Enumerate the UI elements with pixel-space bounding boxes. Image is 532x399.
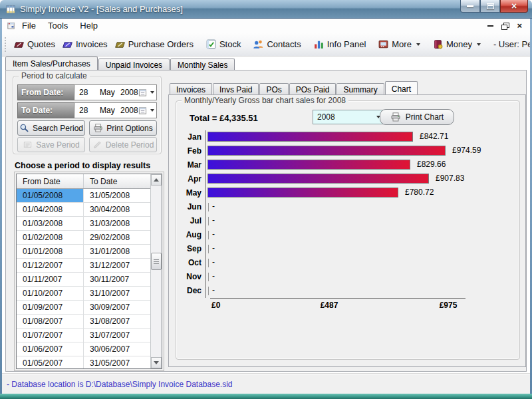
- window-frame-left: [0, 19, 2, 394]
- table-cell[interactable]: 31/10/2007: [84, 287, 151, 301]
- mdi-close-button[interactable]: ×: [517, 21, 522, 30]
- period-to-calculate-group: Period to calculate From Date: 28 May 20…: [13, 76, 162, 154]
- table-row[interactable]: 01/10/200731/10/2007: [17, 287, 162, 301]
- scrollbar-thumb[interactable]: [151, 253, 162, 270]
- chart-row: Nov-: [176, 270, 517, 284]
- to-date-picker[interactable]: 28 May 2008: [74, 102, 157, 118]
- to-date-column-header[interactable]: To Date: [84, 174, 151, 188]
- pencil-icon: [92, 140, 102, 150]
- table-cell[interactable]: 31/07/2007: [84, 329, 151, 342]
- chart-bar-value: £842.71: [420, 130, 448, 143]
- table-cell[interactable]: 01/07/2007: [17, 329, 84, 342]
- quotes-button[interactable]: Quotes: [10, 36, 59, 53]
- table-cell[interactable]: 01/03/2008: [17, 217, 84, 231]
- table-cell[interactable]: 01/10/2007: [17, 287, 84, 301]
- close-button[interactable]: ×: [500, 0, 528, 13]
- table-row[interactable]: 01/08/200731/08/2007: [17, 315, 162, 329]
- table-row[interactable]: 01/05/200831/05/2008: [17, 189, 162, 203]
- table-row[interactable]: 01/02/200829/02/2008: [17, 231, 162, 245]
- from-date-dropdown-icon[interactable]: [150, 91, 154, 94]
- table-cell[interactable]: 30/04/2008: [84, 203, 151, 217]
- table-row[interactable]: 01/12/200731/12/2007: [17, 259, 162, 273]
- table-cell[interactable]: 01/06/2007: [17, 342, 84, 356]
- from-date-column-header[interactable]: From Date: [17, 174, 84, 188]
- table-cell[interactable]: 29/02/2008: [84, 231, 151, 245]
- scroll-up-button[interactable]: [151, 174, 162, 186]
- table-cell[interactable]: 30/11/2007: [84, 273, 151, 287]
- money-label: Money: [446, 39, 472, 49]
- table-cell[interactable]: 01/08/2007: [17, 315, 84, 329]
- from-date-picker[interactable]: 28 May 2008: [74, 84, 157, 100]
- tab-invs-paid[interactable]: Invs Paid: [213, 83, 259, 94]
- mdi-minimize-button[interactable]: [487, 25, 493, 27]
- table-cell[interactable]: 31/12/2007: [84, 259, 151, 273]
- search-period-button[interactable]: Search Period: [17, 120, 85, 136]
- table-row[interactable]: 01/11/200730/11/2007: [17, 273, 162, 287]
- invoices-label: Invoices: [76, 39, 108, 49]
- table-row[interactable]: 01/05/200731/05/2007: [17, 356, 162, 369]
- purchase-orders-button[interactable]: Purchase Orders: [111, 36, 197, 53]
- table-cell[interactable]: 31/05/2007: [84, 356, 151, 369]
- stock-button[interactable]: Stock: [202, 36, 245, 53]
- info-panel-button[interactable]: Info Panel: [310, 36, 370, 53]
- table-cell[interactable]: 01/11/2007: [17, 273, 84, 287]
- table-cell[interactable]: 01/05/2007: [17, 356, 84, 369]
- tab-item-sales-purchases[interactable]: Item Sales/Purchases: [5, 57, 98, 70]
- minimize-button[interactable]: [460, 0, 480, 13]
- table-cell[interactable]: 31/01/2008: [84, 245, 151, 259]
- contacts-button[interactable]: Contacts: [249, 36, 304, 53]
- app-window: Simply Invoice V2 - [Sales and Purchases…: [0, 0, 532, 399]
- table-row[interactable]: 01/06/200730/06/2007: [17, 342, 162, 356]
- maximize-icon: [487, 3, 494, 9]
- calendar-icon[interactable]: [138, 88, 147, 97]
- tab-invoices[interactable]: Invoices: [170, 83, 212, 94]
- money-button[interactable]: Money: [429, 36, 484, 53]
- invoices-folder-icon: [62, 39, 73, 50]
- menu-tools[interactable]: Tools: [42, 19, 74, 32]
- table-row[interactable]: 01/04/200830/04/2008: [17, 203, 162, 217]
- to-date-dropdown-icon[interactable]: [150, 109, 154, 112]
- tab-pos[interactable]: POs: [259, 83, 288, 94]
- tab-chart[interactable]: Chart: [385, 81, 418, 94]
- tab-unpaid-invoices[interactable]: Unpaid Invoices: [98, 59, 170, 70]
- table-cell[interactable]: 01/09/2007: [17, 301, 84, 315]
- table-cell[interactable]: 30/06/2007: [84, 342, 151, 356]
- chart-row: Sep-: [176, 242, 517, 256]
- more-button[interactable]: More: [374, 36, 424, 53]
- invoices-button[interactable]: Invoices: [59, 36, 111, 53]
- chart-axis-tick: [208, 245, 209, 253]
- maximize-button[interactable]: [480, 0, 500, 13]
- from-date-label: From Date:: [17, 84, 74, 100]
- table-cell[interactable]: 01/01/2008: [17, 245, 84, 259]
- tab-monthly-sales[interactable]: Monthly Sales: [170, 59, 235, 70]
- year-combobox[interactable]: 2008: [313, 110, 384, 124]
- print-chart-button[interactable]: Print Chart: [380, 109, 454, 125]
- table-cell[interactable]: 01/05/2008: [17, 189, 84, 203]
- table-cell[interactable]: 30/09/2007: [84, 301, 151, 315]
- menu-file[interactable]: File: [16, 19, 42, 32]
- table-row[interactable]: 01/09/200730/09/2007: [17, 301, 162, 315]
- chart-plot: Jan£842.71Feb£974.59Mar£829.66Apr£907.83…: [176, 130, 517, 298]
- info-panel-label: Info Panel: [327, 39, 366, 49]
- table-row[interactable]: 01/01/200831/01/2008: [17, 245, 162, 259]
- table-scrollbar[interactable]: [150, 174, 162, 368]
- to-date-day: 28: [76, 106, 97, 115]
- mdi-restore-button[interactable]: [501, 23, 509, 29]
- table-cell[interactable]: 31/03/2008: [84, 217, 151, 231]
- save-period-button[interactable]: Save Period: [17, 137, 85, 152]
- year-value: 2008: [313, 112, 372, 122]
- table-cell[interactable]: 31/05/2008: [84, 189, 151, 203]
- table-row[interactable]: 01/03/200831/03/2008: [17, 217, 162, 231]
- delete-period-button[interactable]: Delete Period: [89, 137, 157, 152]
- calendar-icon[interactable]: [138, 106, 147, 115]
- print-options-button[interactable]: Print Options: [89, 120, 157, 136]
- table-row[interactable]: 01/07/200731/07/2007: [17, 329, 162, 342]
- tab-pos-paid[interactable]: POs Paid: [289, 83, 336, 94]
- table-cell[interactable]: 01/02/2008: [17, 231, 84, 245]
- table-cell[interactable]: 01/04/2008: [17, 203, 84, 217]
- table-cell[interactable]: 01/12/2007: [17, 259, 84, 273]
- table-cell[interactable]: 31/08/2007: [84, 315, 151, 329]
- scroll-down-button[interactable]: [151, 357, 162, 368]
- tab-summary[interactable]: Summary: [336, 83, 384, 94]
- menu-help[interactable]: Help: [74, 19, 104, 32]
